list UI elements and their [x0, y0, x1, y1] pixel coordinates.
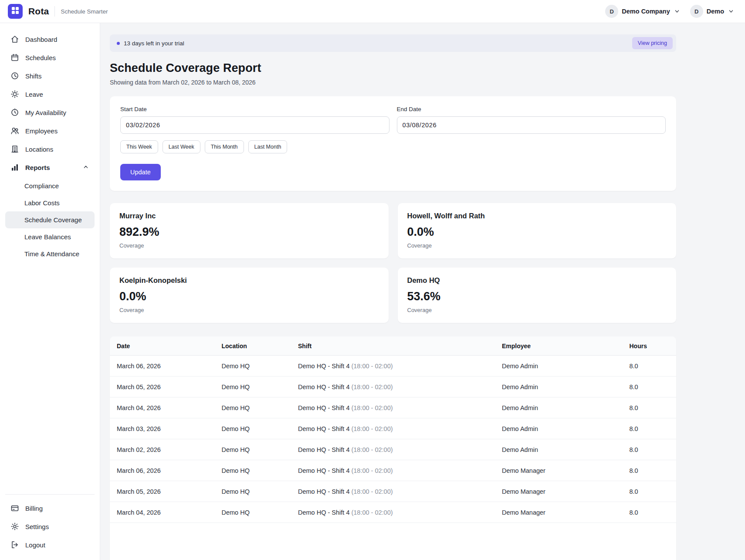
sidebar-item-billing[interactable]: Billing: [5, 499, 95, 517]
user-menu[interactable]: D Demo: [687, 3, 737, 20]
update-button[interactable]: Update: [120, 164, 161, 180]
sidebar-item-settings[interactable]: Settings: [5, 517, 95, 536]
shift-time: (18:00 - 02:00): [351, 446, 393, 453]
brand-tagline: Schedule Smarter: [61, 8, 108, 15]
cell-hours: 8.0: [623, 481, 677, 502]
quick-range-button[interactable]: This Week: [120, 140, 158, 153]
sidebar-subitem-schedule-coverage[interactable]: Schedule Coverage: [5, 211, 95, 228]
page-title: Schedule Coverage Report: [110, 61, 676, 75]
sidebar-subitem-leave-balances[interactable]: Leave Balances: [5, 228, 95, 245]
shift-name: Demo HQ - Shift 4: [298, 384, 349, 390]
column-header-hours: Hours: [623, 336, 677, 356]
column-header-location: Location: [215, 336, 291, 356]
coverage-table-body: March 06, 2026 Demo HQ Demo HQ - Shift 4…: [110, 356, 676, 523]
sidebar-item-shifts[interactable]: Shifts: [5, 67, 95, 85]
cell-hours: 8.0: [623, 418, 677, 439]
grid-logo-icon: [11, 7, 19, 16]
top-bar: Rota Schedule Smarter D Demo Company D D…: [0, 0, 745, 23]
sidebar-item-schedules[interactable]: Schedules: [5, 48, 95, 67]
cell-hours: 8.0: [623, 439, 677, 460]
end-date-input[interactable]: [397, 116, 666, 134]
cell-date: March 05, 2026: [110, 481, 215, 502]
coverage-location-name: Murray Inc: [119, 212, 379, 220]
sidebar-item-label: Leave: [25, 91, 43, 98]
user-avatar: D: [690, 5, 703, 18]
cell-employee: Demo Manager: [495, 460, 623, 481]
coverage-location-name: Demo HQ: [407, 276, 667, 285]
cell-date: March 04, 2026: [110, 397, 215, 418]
shift-name: Demo HQ - Shift 4: [298, 467, 349, 474]
app-root: Rota Schedule Smarter D Demo Company D D…: [0, 0, 745, 560]
quick-range-button[interactable]: Last Month: [248, 140, 288, 153]
cell-shift: Demo HQ - Shift 4(18:00 - 02:00): [291, 502, 495, 523]
coverage-card: Koelpin-Konopelski 0.0% Coverage: [110, 268, 389, 323]
quick-range-button[interactable]: This Month: [205, 140, 244, 153]
sidebar-subitem-time-attendance[interactable]: Time & Attendance: [5, 245, 95, 262]
shift-time: (18:00 - 02:00): [351, 404, 393, 411]
shift-time: (18:00 - 02:00): [351, 384, 393, 390]
cell-location: Demo HQ: [215, 460, 291, 481]
cell-location: Demo HQ: [215, 397, 291, 418]
coverage-percentage: 0.0%: [119, 290, 379, 303]
company-avatar: D: [605, 5, 618, 18]
cell-employee: Demo Admin: [495, 356, 623, 377]
sidebar-item-label: Schedules: [25, 54, 56, 61]
sun-icon: [10, 90, 19, 98]
sidebar-item-label: Reports: [25, 164, 50, 171]
sidebar-item-employees[interactable]: Employees: [5, 122, 95, 140]
start-date-input[interactable]: [120, 116, 389, 134]
sidebar-item-logout[interactable]: Logout: [5, 536, 95, 554]
quick-range-buttons: This Week Last Week This Month Last Mont…: [120, 140, 666, 153]
cell-employee: Demo Admin: [495, 377, 623, 397]
sidebar-item-reports[interactable]: Reports: [5, 158, 95, 176]
chevron-down-icon: [674, 8, 681, 15]
coverage-label: Coverage: [119, 307, 379, 313]
reports-submenu: Compliance Labor Costs Schedule Coverage…: [5, 177, 95, 262]
cell-hours: 8.0: [623, 502, 677, 523]
cell-employee: Demo Manager: [495, 502, 623, 523]
sidebar-item-label: Settings: [25, 523, 49, 530]
cell-shift: Demo HQ - Shift 4(18:00 - 02:00): [291, 397, 495, 418]
cell-employee: Demo Admin: [495, 397, 623, 418]
quick-range-button[interactable]: Last Week: [163, 140, 200, 153]
sidebar-item-locations[interactable]: Locations: [5, 140, 95, 158]
sidebar: Dashboard Schedules Shifts Leave: [0, 23, 100, 560]
coverage-percentage: 0.0%: [407, 225, 667, 239]
shift-name: Demo HQ - Shift 4: [298, 509, 349, 516]
sidebar-subitem-compliance[interactable]: Compliance: [5, 177, 95, 194]
sidebar-item-dashboard[interactable]: Dashboard: [5, 30, 95, 48]
company-menu[interactable]: D Demo Company: [603, 3, 683, 20]
table-row: March 06, 2026 Demo HQ Demo HQ - Shift 4…: [110, 460, 676, 481]
shift-time: (18:00 - 02:00): [351, 509, 393, 516]
cell-location: Demo HQ: [215, 418, 291, 439]
shift-name: Demo HQ - Shift 4: [298, 404, 349, 411]
coverage-label: Coverage: [407, 307, 667, 313]
page-subtitle: Showing data from March 02, 2026 to Marc…: [110, 79, 676, 86]
cell-location: Demo HQ: [215, 439, 291, 460]
cell-date: March 03, 2026: [110, 418, 215, 439]
header-menus: D Demo Company D Demo: [603, 3, 737, 20]
availability-clock-icon: [10, 108, 19, 117]
sidebar-subitem-labor-costs[interactable]: Labor Costs: [5, 194, 95, 211]
cell-shift: Demo HQ - Shift 4(18:00 - 02:00): [291, 460, 495, 481]
clock-icon: [10, 71, 19, 80]
start-date-label: Start Date: [120, 106, 389, 112]
date-filter-card: Start Date End Date This Week: [110, 96, 676, 191]
shift-name: Demo HQ - Shift 4: [298, 363, 349, 370]
building-icon: [10, 145, 19, 153]
column-header-date: Date: [110, 336, 215, 356]
shift-name: Demo HQ - Shift 4: [298, 425, 349, 432]
main-content: 13 days left in your trial View pricing …: [100, 23, 745, 560]
coverage-cards: Murray Inc 892.9% Coverage Howell, Wolff…: [110, 203, 676, 323]
app-logo[interactable]: [8, 4, 23, 19]
cell-hours: 8.0: [623, 377, 677, 397]
sidebar-item-leave[interactable]: Leave: [5, 85, 95, 103]
cell-location: Demo HQ: [215, 502, 291, 523]
sidebar-item-my-availability[interactable]: My Availability: [5, 103, 95, 122]
end-date-label: End Date: [397, 106, 666, 112]
coverage-label: Coverage: [119, 242, 379, 249]
sidebar-item-label: Employees: [25, 127, 58, 135]
view-pricing-button[interactable]: View pricing: [632, 37, 673, 49]
shift-time: (18:00 - 02:00): [351, 488, 393, 495]
sidebar-bottom: Billing Settings Logout: [5, 494, 95, 554]
